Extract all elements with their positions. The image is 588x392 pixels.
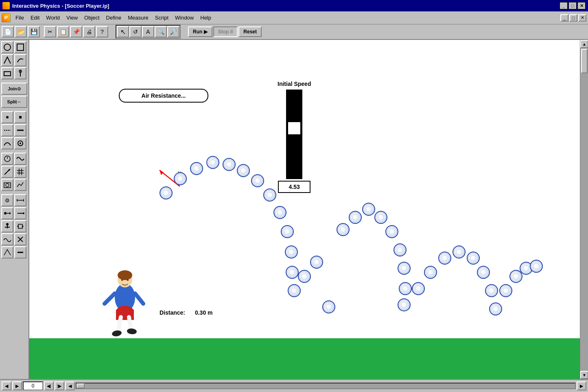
measure-tool-1[interactable] — [1, 153, 13, 165]
grid-tool[interactable] — [14, 166, 26, 178]
connect-tool[interactable] — [1, 207, 13, 219]
next-frame-button[interactable]: |▶ — [55, 381, 64, 390]
damper-tool[interactable] — [14, 124, 26, 136]
waveform-tool[interactable] — [14, 153, 26, 165]
dash-tool[interactable] — [14, 246, 26, 258]
scroll-up-button[interactable]: ▲ — [580, 40, 588, 48]
camera-tool[interactable] — [1, 179, 13, 191]
open-button[interactable]: 📂 — [15, 26, 27, 37]
angle-tool[interactable] — [1, 246, 13, 258]
settings-tool[interactable]: ⚙ — [1, 194, 13, 206]
menu-win-buttons: _ □ ✕ — [560, 14, 586, 22]
soccer-ball-31 — [477, 266, 490, 279]
minimize-button[interactable]: _ — [560, 2, 568, 9]
point-tool[interactable] — [1, 111, 13, 123]
menu-view[interactable]: View — [63, 13, 81, 22]
soccer-ball-20 — [374, 211, 387, 224]
menu-help[interactable]: Help — [197, 13, 214, 22]
menu-window[interactable]: Window — [172, 13, 197, 22]
freeform-tool[interactable] — [14, 54, 26, 66]
restore-button-2[interactable]: □ — [569, 14, 577, 22]
soccer-ball-37 — [530, 260, 543, 273]
menu-world[interactable]: World — [43, 13, 63, 22]
menu-define[interactable]: Define — [103, 13, 125, 22]
sine-tool[interactable] — [1, 233, 13, 245]
speed-bar[interactable] — [286, 90, 302, 179]
spring-row — [1, 124, 27, 136]
cut-button[interactable]: ✂ — [44, 26, 56, 37]
scroll-track[interactable] — [580, 48, 588, 371]
print-button[interactable]: 🖨 — [83, 26, 95, 37]
reset-button[interactable]: Reset — [238, 26, 262, 37]
zoom-in-tool[interactable]: 🔍 — [155, 26, 167, 37]
zoom-out-tool[interactable]: 🔎 — [167, 26, 179, 37]
minimize-button-2[interactable]: _ — [560, 14, 568, 22]
soccer-ball-2 — [174, 172, 187, 185]
measure-row-2 — [1, 166, 27, 178]
polygon-tool[interactable] — [1, 54, 13, 66]
soccer-ball-13 — [288, 284, 301, 297]
step-back-button[interactable]: ◀ — [65, 381, 75, 390]
measure-tool-2[interactable] — [14, 194, 26, 206]
resize-tool[interactable] — [14, 220, 26, 232]
air-resistance-button[interactable]: Air Resistance... — [119, 89, 208, 103]
square-tool[interactable] — [14, 41, 26, 53]
gear-tool[interactable] — [14, 137, 26, 149]
play-button[interactable]: ▶ — [12, 381, 22, 390]
vector-tool[interactable] — [1, 166, 13, 178]
copy-button[interactable]: 📋 — [57, 26, 69, 37]
bottom-scroll-thumb[interactable] — [77, 383, 85, 388]
stop-button[interactable]: Stop II — [213, 26, 238, 37]
run-button[interactable]: Run ▶ — [188, 26, 212, 37]
split-button[interactable]: Split↔ — [1, 96, 27, 108]
anchor-tool[interactable] — [14, 67, 26, 79]
join-button[interactable]: Join⊙ — [1, 83, 27, 95]
spring-tool[interactable] — [1, 124, 13, 136]
menu-measure[interactable]: Measure — [125, 13, 152, 22]
menu-file[interactable]: File — [12, 13, 27, 22]
shape-row-2 — [1, 54, 27, 66]
help-button[interactable]: ? — [96, 26, 108, 37]
pin-tool[interactable] — [14, 233, 26, 245]
circle-tool[interactable] — [1, 41, 13, 53]
text-tool[interactable]: A — [142, 26, 154, 37]
square-point-tool[interactable] — [14, 111, 26, 123]
app-icon: IP — [2, 13, 11, 22]
menu-object[interactable]: Object — [81, 13, 103, 22]
menu-script[interactable]: Script — [152, 13, 172, 22]
scroll-right-button[interactable]: ▶ — [577, 381, 586, 390]
rewind-button[interactable]: ◀ — [2, 381, 11, 390]
bottom-scroll-track[interactable] — [76, 383, 576, 389]
prev-frame-button[interactable]: ◀| — [44, 381, 54, 390]
paste-button[interactable]: 📌 — [70, 26, 82, 37]
svg-marker-26 — [9, 212, 11, 215]
scroll-thumb[interactable] — [581, 49, 588, 73]
close-button[interactable]: ✕ — [577, 2, 586, 9]
menu-edit[interactable]: Edit — [27, 13, 43, 22]
rect-tool[interactable] — [1, 67, 13, 79]
frame-input[interactable] — [23, 381, 43, 390]
soccer-ball-34 — [499, 284, 512, 297]
graph-tool[interactable] — [14, 179, 26, 191]
shape-row-1 — [1, 41, 27, 53]
select-tool[interactable]: ↖ — [117, 26, 129, 37]
scroll-down-button[interactable]: ▼ — [580, 371, 588, 379]
person-tool[interactable] — [1, 220, 13, 232]
close-button-2[interactable]: ✕ — [578, 14, 586, 22]
restore-button[interactable]: □ — [568, 2, 577, 9]
window-title: Interactive Physics - [Soccer Player.ip] — [12, 3, 559, 9]
soccer-ball-24 — [399, 282, 412, 295]
svg-line-48 — [118, 317, 121, 332]
more-row-2 — [1, 207, 27, 219]
arrow-tool[interactable] — [14, 207, 26, 219]
svg-point-20 — [6, 184, 9, 187]
speed-indicator: Initial Speed 4.53 — [278, 81, 311, 193]
soccer-ball-27 — [424, 266, 437, 279]
save-button[interactable]: 💾 — [28, 26, 40, 37]
svg-point-24 — [4, 212, 7, 215]
new-button[interactable]: 📄 — [2, 26, 14, 37]
title-icon — [2, 2, 10, 9]
more-row-1: ⚙ — [1, 194, 27, 206]
curve-tool[interactable] — [1, 137, 13, 149]
undo-tool[interactable]: ↺ — [129, 26, 142, 37]
